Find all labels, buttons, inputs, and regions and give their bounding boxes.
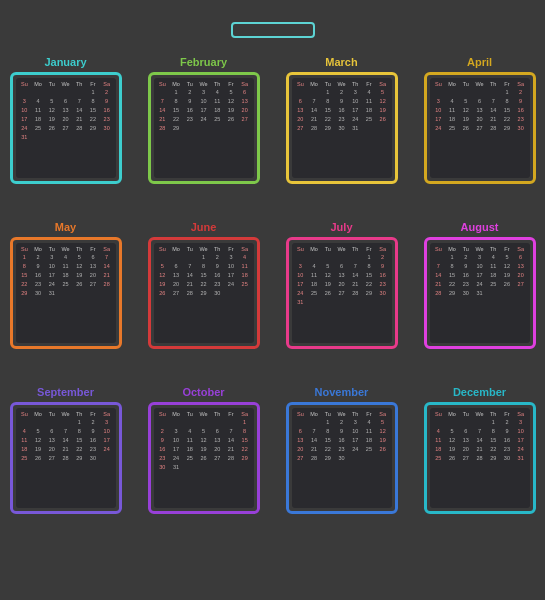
day-cell: 6: [473, 97, 487, 106]
day-cell: 30: [100, 124, 114, 133]
day-cell: 29: [18, 289, 32, 298]
day-cell: 10: [514, 427, 528, 436]
day-cell: [362, 133, 376, 142]
day-header-mo: Mo: [307, 246, 321, 252]
day-cell: 26: [72, 280, 86, 289]
month-inner-september: SuMoTuWeThFrSa 1234567891011121314151617…: [16, 408, 116, 508]
day-cell: [86, 463, 100, 472]
day-cell: 9: [335, 427, 349, 436]
day-cell: 19: [224, 106, 238, 115]
day-cell: 21: [486, 115, 500, 124]
day-cell: 2: [500, 418, 514, 427]
day-cell: 6: [210, 427, 224, 436]
month-frame-october: SuMoTuWeThFrSa 1234567891011121314151617…: [148, 402, 260, 514]
day-cell: 22: [18, 280, 32, 289]
day-header-mo: Mo: [445, 246, 459, 252]
day-cell: [86, 289, 100, 298]
day-cell: 13: [473, 106, 487, 115]
day-cell: [294, 418, 308, 427]
day-cell: 21: [432, 280, 446, 289]
day-header-mo: Mo: [169, 246, 183, 252]
day-cell: 5: [376, 418, 390, 427]
day-cell: 15: [321, 436, 335, 445]
day-cell: [72, 133, 86, 142]
month-name-january: January: [44, 56, 86, 68]
day-header-th: Th: [210, 246, 224, 252]
day-header-th: Th: [210, 411, 224, 417]
day-cell: 1: [486, 418, 500, 427]
day-header-sa: Sa: [514, 246, 528, 252]
day-header-su: Su: [18, 411, 32, 417]
day-cell: 27: [335, 289, 349, 298]
day-cell: 22: [197, 280, 211, 289]
day-cell: [183, 418, 197, 427]
day-cell: [59, 463, 73, 472]
day-cell: [445, 463, 459, 472]
day-cell: 29: [500, 124, 514, 133]
day-cell: [156, 133, 170, 142]
day-cell: [197, 298, 211, 307]
month-name-october: October: [182, 386, 224, 398]
month-name-august: August: [461, 221, 499, 233]
day-cell: 26: [321, 289, 335, 298]
month-inner-february: SuMoTuWeThFrSa 1234567891011121314151617…: [154, 78, 254, 178]
day-cell: 24: [514, 445, 528, 454]
day-cell: 6: [59, 97, 73, 106]
day-header-mo: Mo: [31, 411, 45, 417]
day-cell: 31: [348, 124, 362, 133]
day-cell: 23: [210, 280, 224, 289]
day-header-we: We: [59, 81, 73, 87]
day-cell: 23: [335, 445, 349, 454]
day-cell: 26: [376, 445, 390, 454]
day-cell: 31: [18, 133, 32, 142]
day-header-tu: Tu: [459, 411, 473, 417]
day-cell: 22: [500, 115, 514, 124]
day-header-sa: Sa: [376, 411, 390, 417]
day-cell: [486, 88, 500, 97]
day-cell: 18: [432, 445, 446, 454]
day-cell: 19: [376, 106, 390, 115]
day-cell: 30: [514, 124, 528, 133]
day-cell: 2: [459, 253, 473, 262]
day-cell: 21: [59, 445, 73, 454]
day-cell: 23: [376, 280, 390, 289]
day-cell: 8: [169, 97, 183, 106]
day-cell: 13: [238, 97, 252, 106]
day-cell: [100, 298, 114, 307]
day-cell: [500, 133, 514, 142]
month-block-march: MarchSuMoTuWeThFrSa 12345678910111213141…: [282, 56, 402, 211]
day-cell: [238, 298, 252, 307]
day-cell: 27: [294, 454, 308, 463]
day-header-su: Su: [156, 246, 170, 252]
day-cell: 8: [321, 427, 335, 436]
day-cell: 17: [224, 271, 238, 280]
day-cell: [321, 133, 335, 142]
day-cell: 8: [86, 97, 100, 106]
day-cell: [432, 133, 446, 142]
days-grid: 1234567891011121314151617181920212223242…: [156, 253, 252, 307]
day-cell: 25: [307, 289, 321, 298]
day-header-th: Th: [72, 246, 86, 252]
day-cell: 18: [307, 280, 321, 289]
day-cell: 30: [459, 289, 473, 298]
day-cell: 28: [486, 124, 500, 133]
day-cell: 26: [224, 115, 238, 124]
day-cell: 2: [335, 88, 349, 97]
day-cell: 28: [432, 289, 446, 298]
title-container: [231, 22, 315, 38]
day-cell: [18, 88, 32, 97]
day-cell: 24: [473, 280, 487, 289]
day-cell: [238, 289, 252, 298]
day-cell: 29: [321, 454, 335, 463]
day-cell: [156, 253, 170, 262]
day-cell: 29: [169, 124, 183, 133]
month-inner-october: SuMoTuWeThFrSa 1234567891011121314151617…: [154, 408, 254, 508]
day-cell: 3: [473, 253, 487, 262]
day-cell: 28: [100, 280, 114, 289]
day-cell: 24: [18, 124, 32, 133]
day-cell: 12: [376, 427, 390, 436]
day-cell: 27: [45, 454, 59, 463]
day-cell: 6: [294, 427, 308, 436]
day-cell: 10: [224, 262, 238, 271]
day-cell: 10: [197, 97, 211, 106]
